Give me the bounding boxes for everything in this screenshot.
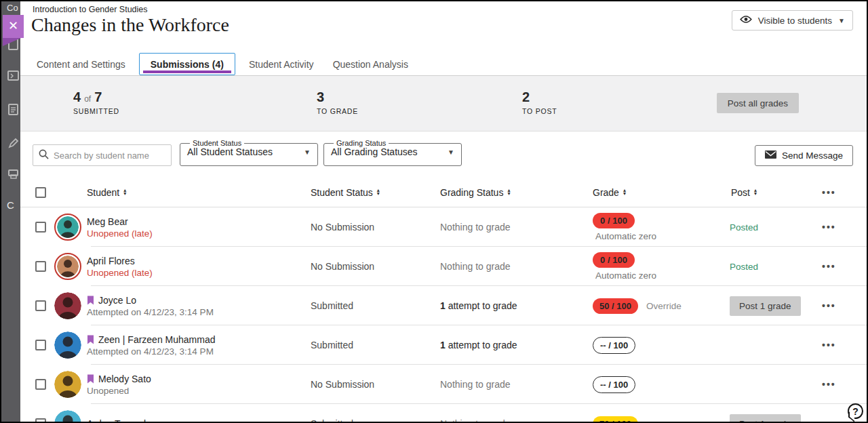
student-status: No Submission <box>311 379 440 390</box>
row-overflow-menu[interactable]: ••• <box>822 379 836 390</box>
grade-pill[interactable]: 70 / 100 <box>593 416 638 422</box>
pencil-icon[interactable] <box>7 137 20 152</box>
avatar-photo <box>54 410 81 422</box>
row-checkbox[interactable] <box>35 261 46 272</box>
grade-note: Automatic zero <box>595 231 656 241</box>
override-label: Override <box>646 301 682 311</box>
grade-pill[interactable]: -- / 100 <box>593 337 635 354</box>
post-grade-button[interactable]: Post 1 grade <box>730 296 801 316</box>
grading-status: Nothing to grade <box>440 418 570 422</box>
student-name[interactable]: Arden Tuomala <box>87 418 151 422</box>
send-message-button[interactable]: Send Message <box>755 145 853 166</box>
row-overflow-menu[interactable]: ••• <box>822 418 836 422</box>
active-tab-underline <box>143 70 231 73</box>
sort-icon: ▴▾ <box>377 189 380 195</box>
grading-status: 1 attempt to grade <box>440 340 570 350</box>
grading-status: Nothing to grade <box>440 261 570 272</box>
row-checkbox[interactable] <box>35 340 46 350</box>
chevron-down-icon: ▼ <box>304 148 311 156</box>
row-overflow-menu[interactable]: ••• <box>822 222 836 233</box>
avatar <box>54 292 81 319</box>
posted-label[interactable]: Posted <box>730 262 758 272</box>
code-icon[interactable] <box>7 70 20 84</box>
grading-status-filter-value: All Grading Statuses <box>331 146 418 157</box>
help-icon[interactable]: ? <box>848 403 863 419</box>
stat-to-post: 2 TO POST <box>522 89 557 115</box>
sort-icon: ▴▾ <box>123 189 126 195</box>
tab-submissions[interactable]: Submissions (4) <box>139 53 235 75</box>
table-row: Meg Bear Unopened (late) No Submission N… <box>20 207 867 247</box>
column-header-grading-status[interactable]: Grading Status ▴▾ <box>440 187 570 198</box>
column-header-student[interactable]: Student ▴▾ <box>87 187 311 198</box>
student-name[interactable]: Zeen | Farzeen Muhammad <box>98 334 216 345</box>
row-checkbox[interactable] <box>35 300 46 311</box>
row-checkbox[interactable] <box>35 222 46 233</box>
grading-status: 1 attempt to grade <box>440 300 570 311</box>
page-title: Changes in the Workforce <box>31 14 229 36</box>
tab-question-analysis[interactable]: Question Analysis <box>328 53 414 75</box>
student-status: Submitted <box>311 418 440 422</box>
sort-icon: ▴▾ <box>754 189 757 195</box>
tab-content-and-settings[interactable]: Content and Settings <box>31 53 131 75</box>
grade-pill[interactable]: 0 / 100 <box>593 252 635 268</box>
flag-icon <box>87 374 94 384</box>
sidebar-bottom-text: C <box>7 199 14 211</box>
grading-status-filter[interactable]: Grading Status All Grading Statuses ▼ <box>323 139 462 166</box>
row-checkbox[interactable] <box>35 379 46 390</box>
student-status: Submitted <box>311 340 440 350</box>
avatar-photo <box>54 331 81 359</box>
stat-to-grade: 3 TO GRADE <box>317 89 358 115</box>
select-all-checkbox[interactable] <box>35 187 46 198</box>
student-substatus: Unopened <box>87 386 311 396</box>
submissions-panel: Introduction to Gender Studies Changes i… <box>20 1 867 422</box>
student-name[interactable]: April Flores <box>87 256 135 266</box>
tab-student-activity[interactable]: Student Activity <box>243 53 319 75</box>
sort-icon: ▴▾ <box>623 189 626 195</box>
flag-icon <box>87 296 94 305</box>
search-input[interactable] <box>54 150 165 161</box>
table-row: Joyce Lo Attempted on 4/12/23, 3:14 PM S… <box>20 286 867 325</box>
visibility-dropdown[interactable]: Visible to students ▼ <box>732 10 853 31</box>
column-header-student-status[interactable]: Student Status ▴▾ <box>311 187 440 198</box>
table-row: Melody Sato Unopened No Submission Nothi… <box>20 365 867 404</box>
posted-label[interactable]: Posted <box>730 222 758 233</box>
envelope-icon <box>765 150 776 161</box>
grading-status: Nothing to grade <box>440 379 570 390</box>
app-window: Co C ✕ Introduction to Gender Studies Ch… <box>0 0 868 423</box>
grade-pill[interactable]: 50 / 100 <box>593 298 638 314</box>
student-substatus: Unopened (late) <box>87 268 311 278</box>
column-header-post[interactable]: Post ▴▾ <box>707 187 818 198</box>
stats-bar: 4 of 7 SUBMITTED 3 TO GRADE 2 TO POST Po… <box>20 76 867 132</box>
student-name[interactable]: Melody Sato <box>98 374 151 384</box>
row-overflow-menu[interactable]: ••• <box>822 340 836 350</box>
eye-icon <box>740 15 752 26</box>
student-substatus: Unopened (late) <box>87 228 311 239</box>
clipboard-icon[interactable] <box>7 103 20 118</box>
grading-status: Nothing to grade <box>440 222 570 233</box>
student-substatus: Attempted on 4/12/23, 3:14 PM <box>87 346 311 357</box>
student-status-filter[interactable]: Student Status All Student Statuses ▼ <box>180 139 318 166</box>
column-header-grade[interactable]: Grade ▴▾ <box>570 187 707 198</box>
student-search <box>33 144 172 166</box>
row-overflow-menu[interactable]: ••• <box>822 300 836 311</box>
close-ribbon-tail <box>3 38 21 46</box>
grade-pill[interactable]: 0 / 100 <box>593 213 635 228</box>
avatar <box>54 253 81 280</box>
avatar <box>54 214 81 241</box>
student-name[interactable]: Meg Bear <box>87 216 128 227</box>
stat-submitted: 4 of 7 SUBMITTED <box>73 89 119 115</box>
row-checkbox[interactable] <box>35 418 46 422</box>
printer-icon[interactable] <box>7 167 20 182</box>
student-name[interactable]: Joyce Lo <box>98 295 136 306</box>
row-overflow-menu[interactable]: ••• <box>822 261 836 272</box>
table-overflow-menu[interactable]: ••• <box>822 187 836 198</box>
table-row: April Flores Unopened (late) No Submissi… <box>20 247 867 286</box>
avatar-photo <box>57 256 79 277</box>
avatar-photo <box>54 292 81 319</box>
avatar <box>54 331 81 359</box>
course-sidebar-strip: Co C <box>1 1 20 422</box>
close-panel-button[interactable]: ✕ <box>3 15 24 38</box>
grade-pill[interactable]: -- / 100 <box>593 376 635 393</box>
post-grade-button[interactable]: Post 1 grade <box>730 414 801 422</box>
post-all-grades-button[interactable]: Post all grades <box>717 93 799 113</box>
